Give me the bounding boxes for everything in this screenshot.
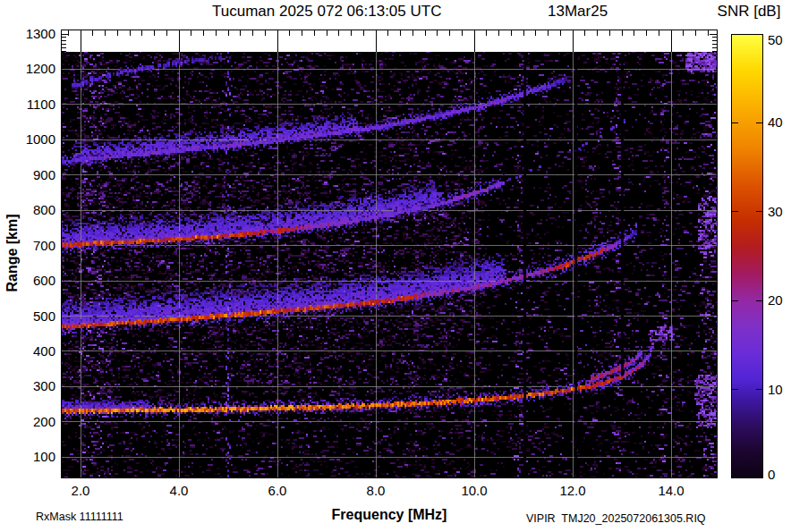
y-tick-label: 700 (0, 238, 55, 253)
y-tick-label: 1100 (0, 97, 55, 112)
colorbar-tick-label: 50 (768, 32, 783, 47)
colorbar-tick-label: 0 (768, 467, 775, 482)
rx-mask-text: RxMask 11111111 (36, 511, 123, 523)
x-tick-label: 12.0 (550, 483, 595, 498)
x-tick-label: 4.0 (157, 483, 201, 498)
y-tick-label: 400 (0, 343, 55, 359)
colorbar-tick-mark (756, 389, 762, 390)
y-tick-label: 900 (0, 167, 55, 182)
colorbar-tick-label: 10 (768, 382, 783, 397)
y-tick-label: 300 (0, 378, 55, 393)
colorbar-tick-mark (756, 122, 762, 123)
x-tick-label: 14.0 (649, 483, 693, 498)
y-tick-label: 100 (0, 449, 55, 464)
colorbar-tick-mark (732, 211, 738, 212)
y-tick-label: 1200 (0, 61, 55, 76)
snr-colorbar (731, 34, 763, 478)
y-tick-label: 800 (0, 202, 55, 217)
ionogram-plot-canvas (61, 30, 718, 478)
y-tick-label: 500 (0, 308, 55, 324)
colorbar-tick-mark (732, 122, 738, 123)
colorbar-tick-mark (732, 389, 738, 390)
y-tick-label: 600 (0, 273, 55, 288)
ionogram-figure: Tucuman 2025 072 06:13:05 UTC 13Mar25 SN… (0, 0, 791, 532)
colorbar-tick-mark (756, 300, 762, 301)
x-tick-label: 6.0 (255, 483, 300, 498)
x-tick-label: 10.0 (452, 483, 497, 498)
y-tick-label: 200 (0, 414, 55, 429)
colorbar-tick-label: 40 (768, 114, 783, 130)
colorbar-tick-label: 30 (768, 204, 783, 219)
x-axis-label: Frequency [MHz] (300, 507, 479, 523)
x-tick-label: 2.0 (58, 483, 103, 498)
colorbar-tick-mark (732, 300, 738, 301)
y-tick-label: 1300 (0, 26, 55, 41)
colorbar-tick-label: 20 (768, 292, 783, 308)
title-date: 13Mar25 (548, 3, 608, 21)
data-filename: VIPIR TMJ20_2025072061305.RIQ (526, 512, 706, 525)
colorbar-title: SNR [dB] (707, 3, 791, 21)
y-tick-label: 1000 (0, 131, 55, 147)
colorbar-tick-mark (756, 211, 762, 212)
page-title: Tucuman 2025 072 06:13:05 UTC (212, 3, 441, 21)
x-tick-label: 8.0 (353, 483, 398, 498)
